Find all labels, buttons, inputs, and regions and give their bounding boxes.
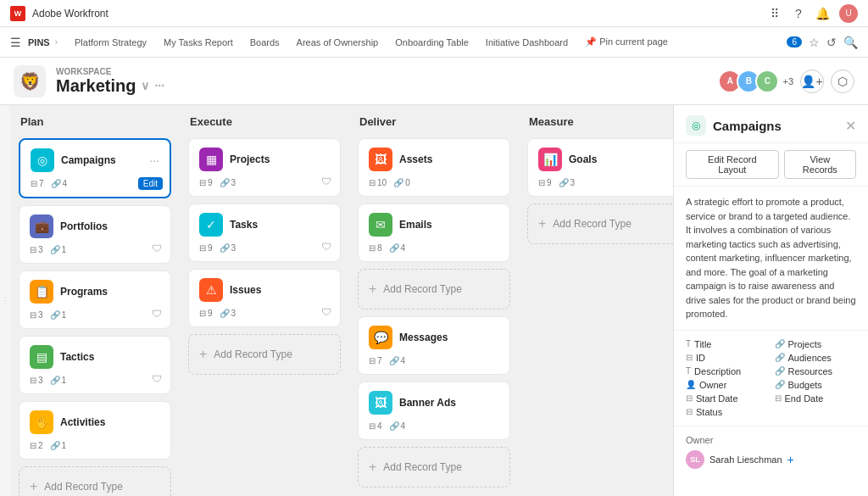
panel-actions: Edit Record Layout View Records [674,143,868,187]
activities-icon: ✋ [30,410,53,434]
card-projects[interactable]: ▦ Projects ⊟9 🔗3 🛡 [188,138,341,197]
nav-boards[interactable]: Boards [243,34,287,51]
workspace-dots[interactable]: ··· [154,79,164,92]
nav-initiative-dashboard[interactable]: Initiative Dashboard [479,34,575,51]
activities-title: Activities [60,416,160,428]
share-icon[interactable]: ⬡ [831,70,854,93]
nav-chevron: › [55,37,58,47]
nav-platform-strategy[interactable]: Platform Strategy [68,34,153,51]
owner-row: SL Sarah Lieschman + [686,450,856,469]
portfolios-title: Portfolios [60,220,160,232]
card-tactics[interactable]: ▤ Tactics ⊟3 🔗1 🛡 [19,336,171,394]
hamburger-icon[interactable]: ☰ [10,36,21,49]
measure-add-plus: + [538,216,546,231]
tactics-meta: ⊟3 🔗1 [30,376,160,385]
add-owner-btn[interactable]: + [787,453,794,466]
campaigns-title: Campaigns [61,154,142,166]
emails-title: Emails [399,219,499,231]
campaigns-icon: ◎ [31,148,54,172]
workspace-info: WORKSPACE Marketing ∨ ··· [56,67,164,96]
workspace-header: 🦁 WORKSPACE Marketing ∨ ··· A B C +3 👤+ … [0,58,868,105]
programs-icon: 📋 [30,280,53,304]
deliver-add-record-1[interactable]: + Add Record Type [358,269,510,309]
nav-bar: ☰ PINS › Platform Strategy My Tasks Repo… [0,27,868,58]
field-budgets-icon: 🔗 [775,380,785,389]
field-owner-icon: 👤 [686,380,696,389]
panel-fields: T Title 🔗 Projects ⊟ ID 🔗 Audiences T De… [674,331,868,426]
nav-tasks-report[interactable]: My Tasks Report [157,34,240,51]
card-issues[interactable]: ⚠ Issues ⊟9 🔗3 🛡 [188,269,341,327]
field-projects-link: 🔗 Projects [775,339,857,349]
drag-handle[interactable]: ⋮ [0,105,10,496]
card-tasks[interactable]: ✓ Tasks ⊟9 🔗3 🛡 [188,203,341,262]
nav-bar-right: 6 ☆ ↺ 🔍 [787,36,858,49]
field-description: T Description [686,366,768,376]
column-deliver-header: Deliver [358,115,510,128]
right-panel: ◎ Campaigns ✕ Edit Record Layout View Re… [673,105,868,496]
bell-icon[interactable]: 🔔 [815,7,829,20]
goals-title: Goals [569,153,669,165]
assets-icon: 🖼 [369,148,392,171]
workspace-chevron[interactable]: ∨ [141,79,149,92]
column-execute: Execute ▦ Projects ⊟9 🔗3 🛡 ✓ Tasks [180,105,349,496]
portfolios-meta: ⊟3 🔗1 [30,245,160,254]
projects-shield: 🛡 [321,176,331,187]
plan-add-record[interactable]: + Add Record Type [19,466,171,496]
column-deliver: Deliver 🖼 Assets ⊟10 🔗0 ✉ Emails ⊟8 [349,105,519,496]
pins-label: PINS [28,37,50,47]
card-messages[interactable]: 💬 Messages ⊟7 🔗4 [358,316,510,375]
panel-close-icon[interactable]: ✕ [845,118,856,134]
programs-title: Programs [60,286,160,298]
field-id: ⊟ ID [686,353,768,363]
execute-add-plus: + [199,347,207,362]
app-name: Adobe Workfront [32,8,108,20]
campaigns-edit-btn[interactable]: Edit [138,177,163,190]
card-banner-ads[interactable]: 🖼 Banner Ads ⊟4 🔗4 [358,382,510,440]
field-end-date-icon: ⊟ [775,393,782,403]
card-activities[interactable]: ✋ Activities ⊟2 🔗1 [19,401,171,460]
field-status-icon: ⊟ [686,407,693,416]
user-avatar[interactable]: U [839,4,858,23]
panel-owner-section: Owner SL Sarah Lieschman + [674,426,868,477]
field-start-date-icon: ⊟ [686,393,693,403]
history-icon[interactable]: ↺ [826,36,837,49]
card-goals[interactable]: 📊 Goals ⊟9 🔗3 [527,138,673,197]
campaigns-dots[interactable]: ··· [149,153,159,167]
top-bar-right: ⠿ ? 🔔 U [768,4,858,23]
owner-label: Owner [686,435,856,445]
search-icon[interactable]: 🔍 [843,36,858,49]
field-owner: 👤 Owner [686,380,768,390]
grid-icon[interactable]: ⠿ [768,7,782,20]
card-programs[interactable]: 📋 Programs ⊟3 🔗1 🛡 [19,270,171,329]
panel-description: A strategic effort to promote a product,… [674,187,868,331]
nav-pin-page[interactable]: 📌 Pin current page [578,33,675,51]
measure-add-record[interactable]: + Add Record Type [527,203,673,244]
deliver-add-plus-1: + [369,281,376,297]
projects-icon: ▦ [199,148,223,171]
issues-icon: ⚠ [199,278,223,302]
field-title: T Title [686,339,768,349]
add-member-icon[interactable]: 👤+ [800,70,824,93]
deliver-add-label-2: Add Record Type [383,461,462,473]
nav-onboarding-table[interactable]: Onboarding Table [388,34,476,51]
nav-areas-ownership[interactable]: Areas of Ownership [290,34,386,51]
assets-title: Assets [399,153,499,165]
plan-add-label: Add Record Type [44,481,123,493]
star-icon[interactable]: ☆ [809,36,820,49]
avatar-count: +3 [782,76,793,86]
goals-icon: 📊 [538,148,562,171]
card-emails[interactable]: ✉ Emails ⊟8 🔗4 [358,203,510,262]
field-status: ⊟ Status [686,407,768,417]
execute-add-label: Add Record Type [214,348,292,360]
card-campaigns[interactable]: ◎ Campaigns ··· ⊟7 🔗4 Edit [19,138,171,198]
help-icon[interactable]: ? [792,7,805,20]
workspace-title: Marketing ∨ ··· [56,76,164,96]
edit-record-layout-btn[interactable]: Edit Record Layout [686,150,779,179]
deliver-add-record-2[interactable]: + Add Record Type [358,447,510,488]
workspace-icon: 🦁 [14,65,46,98]
owner-avatar: SL [686,450,704,469]
execute-add-record[interactable]: + Add Record Type [188,334,341,375]
view-records-btn[interactable]: View Records [784,150,856,179]
card-portfolios[interactable]: 💼 Portfolios ⊟3 🔗1 🛡 [19,205,171,264]
card-assets[interactable]: 🖼 Assets ⊟10 🔗0 [358,138,510,197]
